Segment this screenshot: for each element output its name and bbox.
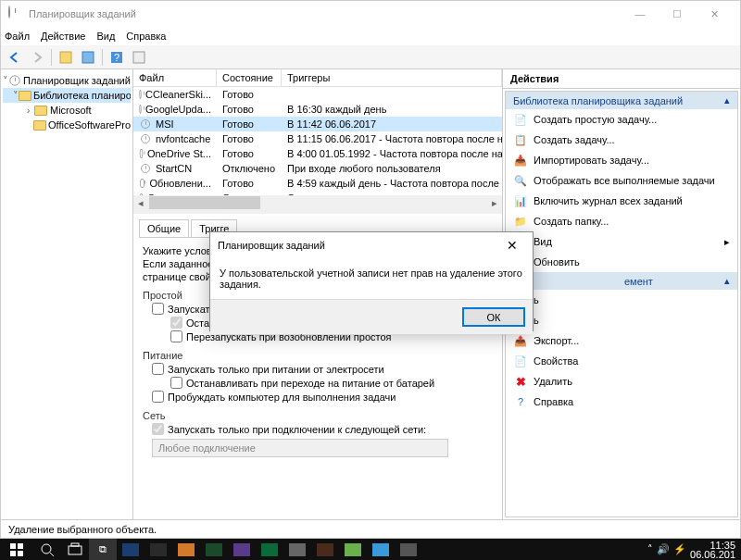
checkbox[interactable] [170,377,182,389]
checkbox-row[interactable]: Запускать только при питании от электрос… [152,363,493,375]
tray-up-icon[interactable]: ˄ [647,543,653,555]
task-row[interactable]: CCleanerSki...Готово [133,87,502,102]
checkbox-row[interactable]: Пробуждать компьютер для выполнения зада… [152,391,493,403]
folder-icon [33,103,48,118]
action-item[interactable]: 🔄Обновить [506,252,737,272]
action-icon: ? [513,394,528,409]
tray-icon[interactable]: 🔊 [657,543,670,555]
tree-child[interactable]: › Microsoft [3,103,131,118]
tree-library[interactable]: ˅ Библиотека планировщ [3,88,131,103]
tray-icon[interactable]: ⚡ [673,543,686,555]
action-item[interactable]: 📄Свойства [506,351,737,371]
checkbox-row[interactable]: Запускать только при подключении к следу… [152,423,493,435]
taskbar-item[interactable] [117,539,144,560]
forward-button[interactable] [27,47,47,68]
tree-root[interactable]: ˅ Планировщик заданий (Лок [3,73,131,88]
svg-rect-23 [400,543,417,556]
statusbar: Удаление выбранного объекта. [1,519,740,538]
back-button[interactable] [5,47,25,68]
taskbar-item[interactable]: ⧉ [89,539,117,560]
col-triggers[interactable]: Триггеры [282,69,502,86]
action-icon: ✖ [513,374,528,389]
action-icon: 📊 [513,193,528,208]
network-select[interactable]: Любое подключение [152,439,448,457]
task-list: Файл Состояние Триггеры CCleanerSki...Го… [133,69,502,214]
system-tray[interactable]: ˄ 🔊 ⚡ 11:35 06.06.201 [647,541,741,559]
toolbar-icon-3[interactable] [129,47,149,68]
checkbox[interactable] [170,330,182,342]
col-state[interactable]: Состояние [217,69,282,86]
action-item[interactable]: 📤Экспорт... [506,330,737,351]
taskbar-item[interactable] [200,539,228,560]
action-item[interactable]: 📋Создать задачу... [506,130,737,150]
col-file[interactable]: Файл [133,69,217,86]
toolbar-icon-1[interactable] [56,47,76,68]
taskbar-item[interactable] [367,539,395,560]
action-icon: 📥 [513,153,528,168]
action-item[interactable]: 📁Создать папку... [506,211,737,231]
svg-rect-1 [82,52,94,63]
taskbar-item[interactable] [339,539,367,560]
action-item[interactable]: 📥Импортировать задачу... [506,150,737,170]
tab-general[interactable]: Общие [139,219,189,237]
task-row[interactable]: nvfontcacheГотовоВ 11:15 06.06.2017 - Ча… [133,131,502,146]
checkbox[interactable] [152,363,164,375]
scroll-left-icon[interactable]: ◂ [133,195,148,210]
action-item[interactable]: 📄Создать простую задачу... [506,109,737,130]
checkbox[interactable] [170,317,182,329]
action-item[interactable]: ▦Вид▸ [506,231,737,252]
taskbar-item[interactable] [311,539,339,560]
ok-button[interactable]: ОК [462,307,525,327]
action-item[interactable]: 📊Включить журнал всех заданий [506,191,737,211]
help-icon[interactable]: ? [107,47,127,68]
task-row[interactable]: MSIГотовоВ 11:42 06.06.2017 [133,117,502,131]
menubar: Файл Действие Вид Справка [1,27,740,45]
dialog-close-button[interactable]: ✕ [499,232,525,258]
titlebar: Планировщик заданий — ☐ ✕ [1,1,740,27]
task-row[interactable]: StartCNОтключеноПри входе любого пользов… [133,161,502,176]
checkbox[interactable] [152,391,164,403]
checkbox-row[interactable]: Останавливать при переходе на питание от… [170,377,493,389]
svg-point-9 [42,544,51,554]
taskbar-item[interactable] [256,539,283,560]
taskbar-item[interactable] [283,539,311,560]
menu-action[interactable]: Действие [41,31,85,42]
start-button[interactable] [0,539,33,560]
taskbar-item[interactable] [395,539,422,560]
maximize-button[interactable]: ☐ [659,1,696,27]
action-item[interactable]: ⏸ь [506,310,737,330]
tree-child[interactable]: OfficeSoftwareProtect [3,118,131,132]
taskbar-item[interactable] [61,539,89,560]
task-row[interactable]: Обновлени...ГотовоВ 4:59 каждый день - Ч… [133,176,502,191]
scroll-thumb[interactable] [149,196,260,209]
collapse-icon[interactable]: ▴ [724,275,730,287]
action-item[interactable]: ▶ь [506,290,737,310]
taskbar: ⧉ ˄ 🔊 ⚡ 11:35 06.06.201 [0,539,741,560]
menu-help[interactable]: Справка [126,31,166,42]
action-item[interactable]: ?Справка [506,392,737,412]
checkbox[interactable] [152,423,164,435]
close-button[interactable]: ✕ [696,1,733,27]
action-item[interactable]: ✖Удалить [506,371,737,392]
taskbar-item[interactable] [33,539,61,560]
minimize-button[interactable]: — [622,1,659,27]
taskbar-item[interactable] [228,539,256,560]
menu-file[interactable]: Файл [5,31,30,42]
taskbar-item[interactable] [144,539,172,560]
collapse-icon[interactable]: ▴ [724,94,730,106]
action-item[interactable]: 🔍Отображать все выполняемые задачи [506,170,737,191]
task-row[interactable]: OneDrive St...ГотовоВ 4:00 01.05.1992 - … [133,146,502,161]
toolbar-icon-2[interactable] [78,47,98,68]
checkbox[interactable] [152,303,164,315]
expand-icon[interactable]: › [23,105,33,116]
clock[interactable]: 11:35 06.06.201 [690,541,735,559]
menu-view[interactable]: Вид [96,31,115,42]
taskbar-item[interactable] [172,539,200,560]
svg-rect-14 [150,543,167,556]
horizontal-scrollbar[interactable]: ◂ ▸ [133,195,502,210]
dialog-titlebar: Планировщик заданий ✕ [210,232,533,258]
task-list-body[interactable]: CCleanerSki...ГотовоGoogleUpda...ГотовоВ… [133,87,502,195]
task-row[interactable]: GoogleUpda...ГотовоВ 16:30 каждый день [133,102,502,117]
scroll-right-icon[interactable]: ▸ [487,195,502,210]
dialog-message: У пользовательской учетной записи нет пр… [220,268,522,290]
